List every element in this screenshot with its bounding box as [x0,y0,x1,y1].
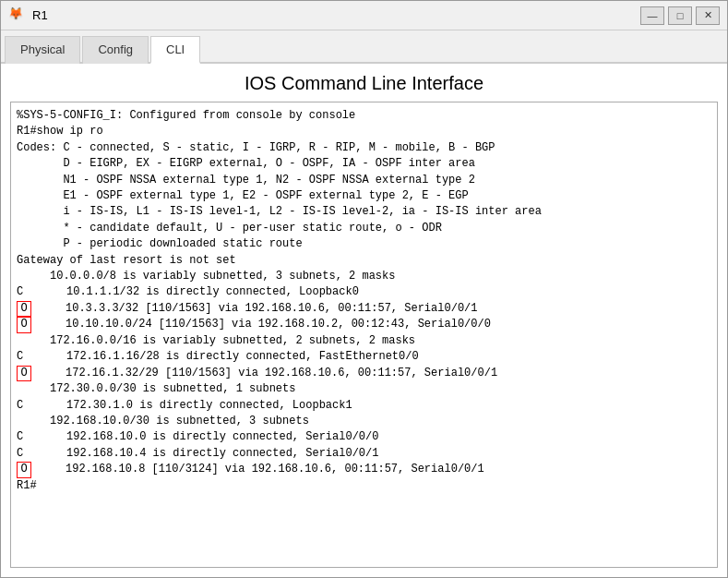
page-title: IOS Command Line Interface [1,64,727,102]
terminal-line: 10.0.0.0/8 is variably subnetted, 3 subn… [17,269,711,284]
terminal-line: 172.30.0.0/30 is subnetted, 1 subnets [17,381,711,397]
route-code: O [17,462,31,478]
tab-physical[interactable]: Physical [5,36,80,64]
route-code: C [17,398,33,414]
terminal-line: %SYS-5-CONFIG_I: Configured from console… [17,108,711,124]
title-bar: 🦊 R1 — □ ✕ [1,1,727,30]
tab-cli[interactable]: CLI [150,36,200,64]
window-controls: — □ ✕ [640,6,720,25]
terminal-line: C 172.16.1.16/28 is directly connected, … [17,349,711,365]
terminal-line: 172.16.0.0/16 is variably subnetted, 2 s… [17,333,711,349]
terminal-line: C 192.168.10.0 is directly connected, Se… [17,429,711,445]
terminal-line: i - IS-IS, L1 - IS-IS level-1, L2 - IS-I… [17,204,711,220]
route-text: 10.10.10.0/24 [110/1563] via 192.168.10.… [32,317,491,332]
route-text: 10.3.3.3/32 [110/1563] via 192.168.10.6,… [32,301,477,317]
terminal-line: Codes: C - connected, S - static, I - IG… [17,140,711,156]
route-code: O [17,301,31,318]
route-text: 10.1.1.1/32 is directly connected, Loopb… [33,284,359,300]
window-title: R1 [32,8,640,22]
route-text: 192.168.10.8 [110/3124] via 192.168.10.6… [32,462,484,477]
terminal-line: C 172.30.1.0 is directly connected, Loop… [17,398,711,414]
route-text: 172.16.1.16/28 is directly connected, Fa… [33,349,419,365]
terminal-line: D - EIGRP, EX - EIGRP external, O - OSPF… [17,156,711,172]
route-text: 192.168.10.0 is directly connected, Seri… [33,429,378,445]
terminal-line: C 10.1.1.1/32 is directly connected, Loo… [17,284,711,300]
route-text: 192.168.10.4 is directly connected, Seri… [33,446,378,462]
main-window: 🦊 R1 — □ ✕ Physical Config CLI IOS Comma… [0,0,728,578]
route-text: 172.16.1.32/29 [110/1563] via 192.168.10… [32,366,497,381]
route-code: C [17,446,33,462]
terminal[interactable]: %SYS-5-CONFIG_I: Configured from console… [11,102,717,567]
terminal-line: Gateway of last resort is not set [17,253,711,269]
close-button[interactable]: ✕ [696,6,720,25]
terminal-line: O 172.16.1.32/29 [110/1563] via 192.168.… [17,366,711,382]
route-code: O [17,317,31,333]
tab-bar: Physical Config CLI [1,30,727,64]
terminal-line: C 192.168.10.4 is directly connected, Se… [17,446,711,462]
maximize-button[interactable]: □ [668,6,692,25]
terminal-line: O 10.10.10.0/24 [110/1563] via 192.168.1… [17,317,711,333]
terminal-line: P - periodic downloaded static route [17,236,711,252]
route-code: C [17,284,33,300]
terminal-wrapper: %SYS-5-CONFIG_I: Configured from console… [10,102,718,568]
terminal-line: O 10.3.3.3/32 [110/1563] via 192.168.10.… [17,301,711,318]
terminal-line: 192.168.10.0/30 is subnetted, 3 subnets [17,414,711,429]
tab-config[interactable]: Config [82,36,149,64]
terminal-line: R1#show ip ro [17,124,711,139]
terminal-line: E1 - OSPF external type 1, E2 - OSPF ext… [17,188,711,204]
route-code: C [17,429,33,445]
route-code: O [17,366,31,382]
terminal-line: * - candidate default, U - per-user stat… [17,221,711,236]
terminal-line: R1# [17,478,711,494]
minimize-button[interactable]: — [640,6,664,25]
main-content: IOS Command Line Interface %SYS-5-CONFIG… [1,64,727,577]
app-icon: 🦊 [8,6,27,25]
route-text: 172.30.1.0 is directly connected, Loopba… [33,398,352,414]
terminal-line: O 192.168.10.8 [110/3124] via 192.168.10… [17,462,711,478]
terminal-line: N1 - OSPF NSSA external type 1, N2 - OSP… [17,173,711,188]
route-code: C [17,349,33,365]
